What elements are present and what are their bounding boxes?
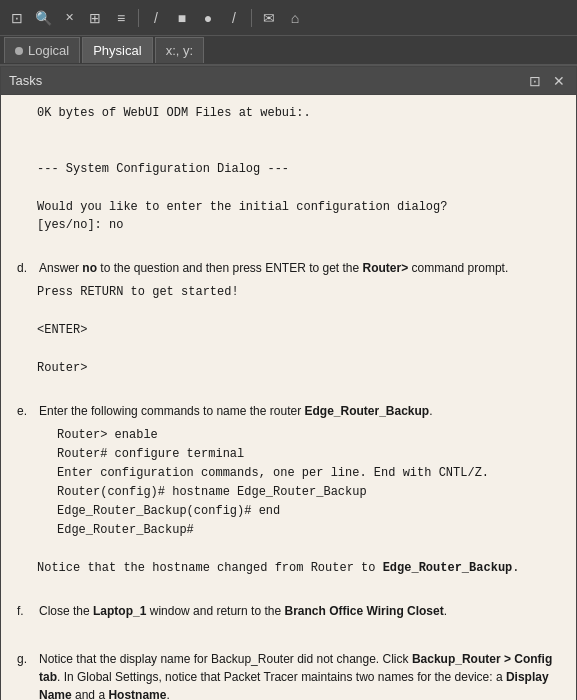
search-icon[interactable]: 🔍 [32, 7, 54, 29]
step-f-label: f. [17, 602, 31, 620]
step-e-content: Enter the following commands to name the… [39, 402, 560, 420]
panel-close-icon[interactable]: ✕ [550, 72, 568, 90]
menu-icon[interactable]: ≡ [110, 7, 132, 29]
tab-physical-label: Physical [93, 43, 141, 58]
step-g-content: Notice that the display name for Backup_… [39, 650, 560, 700]
tab-logical-label: Logical [28, 43, 69, 58]
panel-title: Tasks [9, 73, 42, 88]
panel-controls: ⊡ ✕ [526, 72, 568, 90]
maximize-icon[interactable]: ⊡ [526, 72, 544, 90]
separator-2 [251, 9, 252, 27]
toolbar: ⊡ 🔍 ✕ ⊞ ≡ / ■ ● / ✉ ⌂ [0, 0, 577, 36]
tab-coordinates[interactable]: x:, y: [155, 37, 204, 63]
close-small-icon[interactable]: ✕ [58, 7, 80, 29]
router-prompt: Router> [37, 359, 560, 377]
step-f-content: Close the Laptop_1 window and return to … [39, 602, 560, 620]
tab-physical[interactable]: Physical [82, 37, 152, 63]
step-g: g. Notice that the display name for Back… [17, 650, 560, 700]
enter-cmd: <ENTER> [37, 321, 560, 339]
dialog-question: Would you like to enter the initial conf… [37, 198, 560, 234]
tab-bar: Logical Physical x:, y: [0, 36, 577, 66]
mail-icon[interactable]: ✉ [258, 7, 280, 29]
circle-icon[interactable]: ● [197, 7, 219, 29]
tab-logical[interactable]: Logical [4, 37, 80, 63]
press-return: Press RETURN to get started! [37, 283, 560, 301]
step-f: f. Close the Laptop_1 window and return … [17, 602, 560, 620]
panel-header: Tasks ⊡ ✕ [1, 67, 576, 95]
rect-icon[interactable]: ■ [171, 7, 193, 29]
cmd-1: Router> enable [57, 426, 560, 444]
separator-1 [138, 9, 139, 27]
step-d: d. Answer no to the question and then pr… [17, 259, 560, 277]
grid-icon[interactable]: ⊞ [84, 7, 106, 29]
tab-coordinates-label: x:, y: [166, 43, 193, 58]
select-icon[interactable]: ⊡ [6, 7, 28, 29]
step-e: e. Enter the following commands to name … [17, 402, 560, 420]
cmd-6: Edge_Router_Backup# [57, 521, 560, 539]
cmd-2: Router# configure terminal [57, 445, 560, 463]
step-g-label: g. [17, 650, 31, 700]
cmd-5: Edge_Router_Backup(config)# end [57, 502, 560, 520]
cmd-4: Router(config)# hostname Edge_Router_Bac… [57, 483, 560, 501]
home-icon[interactable]: ⌂ [284, 7, 306, 29]
dialog-header: --- System Configuration Dialog --- [37, 160, 560, 178]
panel-content[interactable]: 0K bytes of WebUI ODM Files at webui:. -… [1, 95, 576, 700]
cmd-3: Enter configuration commands, one per li… [57, 464, 560, 482]
intro-line: 0K bytes of WebUI ODM Files at webui:. [37, 104, 560, 122]
tasks-panel: Tasks ⊡ ✕ 0K bytes of WebUI ODM Files at… [0, 66, 577, 700]
tab-logical-dot [15, 47, 23, 55]
slash-icon[interactable]: / [223, 7, 245, 29]
step-e-label: e. [17, 402, 31, 420]
step-d-label: d. [17, 259, 31, 277]
step-d-content: Answer no to the question and then press… [39, 259, 560, 277]
notice-hostname: Notice that the hostname changed from Ro… [37, 559, 560, 577]
pen-icon[interactable]: / [145, 7, 167, 29]
